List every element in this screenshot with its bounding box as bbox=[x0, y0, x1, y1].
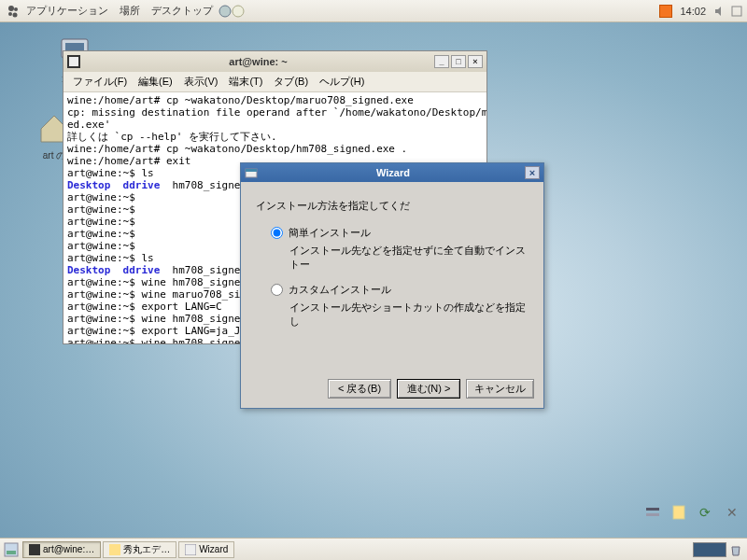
terminal-menubar: ファイル(F) 編集(E) 表示(V) 端末(T) タブ(B) ヘルプ(H) bbox=[63, 72, 486, 92]
radio-custom-label[interactable]: カスタムインストール bbox=[289, 283, 391, 297]
refresh-icon[interactable]: ⟳ bbox=[697, 504, 713, 521]
svg-rect-17 bbox=[673, 506, 684, 519]
svg-rect-23 bbox=[109, 544, 120, 555]
radio-easy-desc: インストール先などを指定せずに全て自動でインストー bbox=[256, 244, 529, 272]
radio-easy-install[interactable] bbox=[271, 227, 283, 239]
clock[interactable]: 14:02 bbox=[680, 6, 706, 17]
svg-text:⟳: ⟳ bbox=[699, 505, 711, 520]
bottom-panel: art@wine:… 秀丸エデ… Wizard bbox=[0, 538, 747, 560]
terminal-icon bbox=[29, 544, 40, 555]
menu-applications[interactable]: アプリケーション bbox=[21, 4, 114, 18]
menu-edit[interactable]: 編集(E) bbox=[133, 75, 178, 89]
svg-rect-16 bbox=[646, 513, 659, 516]
window-list-icon[interactable] bbox=[644, 504, 661, 521]
close-icon[interactable]: ✕ bbox=[723, 504, 740, 521]
svg-point-0 bbox=[8, 6, 14, 11]
wizard-prompt: インストール方法を指定してくだ bbox=[256, 199, 529, 213]
back-button[interactable]: < 戻る(B) bbox=[328, 379, 391, 399]
editor-icon bbox=[109, 544, 120, 555]
wizard-close-button[interactable]: × bbox=[525, 166, 540, 179]
cancel-button[interactable]: キャンセル bbox=[466, 379, 534, 399]
maximize-button[interactable]: □ bbox=[451, 55, 466, 68]
trash-applet-icon[interactable] bbox=[728, 542, 743, 557]
speaker-icon[interactable] bbox=[713, 5, 726, 18]
svg-rect-14 bbox=[246, 169, 257, 172]
svg-rect-21 bbox=[7, 551, 16, 554]
menu-places[interactable]: 場所 bbox=[114, 4, 146, 18]
menu-tabs[interactable]: タブ(B) bbox=[268, 75, 314, 89]
workspace-switcher[interactable] bbox=[693, 542, 726, 557]
menu-desktop[interactable]: デスクトップ bbox=[146, 4, 218, 18]
menu-file[interactable]: ファイル(F) bbox=[67, 75, 133, 89]
svg-point-1 bbox=[14, 7, 18, 11]
svg-rect-15 bbox=[646, 508, 659, 511]
installer-icon bbox=[245, 166, 258, 179]
menu-terminal[interactable]: 端末(T) bbox=[223, 75, 268, 89]
svg-rect-6 bbox=[732, 7, 741, 16]
help-icon[interactable] bbox=[232, 5, 245, 18]
radio-custom-install[interactable] bbox=[271, 284, 283, 296]
update-notifier-icon[interactable] bbox=[659, 5, 672, 18]
taskbar-item-hidemaru[interactable]: 秀丸エデ… bbox=[103, 541, 176, 558]
radio-easy-label[interactable]: 簡単インストール bbox=[289, 226, 371, 240]
system-tray: 14:02 bbox=[659, 5, 743, 18]
svg-point-4 bbox=[219, 6, 231, 17]
installer-icon bbox=[185, 544, 196, 555]
terminal-title: art@wine: ~ bbox=[84, 56, 432, 67]
wizard-body: インストール方法を指定してくだ 簡単インストール インストール先などを指定せずに… bbox=[241, 182, 543, 373]
terminal-icon bbox=[67, 55, 80, 68]
close-button[interactable]: × bbox=[468, 55, 483, 68]
svg-point-2 bbox=[8, 12, 12, 16]
note-icon[interactable] bbox=[670, 504, 687, 521]
taskbar-item-wizard[interactable]: Wizard bbox=[178, 541, 234, 558]
wizard-button-row: < 戻る(B) 進む(N) > キャンセル bbox=[241, 373, 543, 408]
wizard-window: Wizard × インストール方法を指定してくだ 簡単インストール インストール… bbox=[240, 162, 544, 409]
svg-rect-12 bbox=[69, 57, 78, 66]
minimize-button[interactable]: _ bbox=[434, 55, 449, 68]
svg-point-5 bbox=[233, 6, 244, 17]
radio-custom-desc: インストール先やショートカットの作成などを指定し bbox=[256, 301, 529, 329]
top-panel: アプリケーション 場所 デスクトップ 14:02 bbox=[0, 0, 747, 22]
svg-rect-24 bbox=[185, 544, 196, 555]
globe-icon[interactable] bbox=[218, 5, 232, 18]
gnome-foot-icon[interactable] bbox=[6, 4, 21, 19]
svg-rect-22 bbox=[29, 544, 40, 555]
svg-text:✕: ✕ bbox=[726, 505, 738, 520]
show-desktop-icon[interactable] bbox=[4, 542, 19, 557]
wizard-titlebar[interactable]: Wizard × bbox=[241, 163, 543, 182]
terminal-titlebar[interactable]: art@wine: ~ _ □ × bbox=[63, 51, 486, 72]
menu-help[interactable]: ヘルプ(H) bbox=[314, 75, 370, 89]
svg-point-3 bbox=[13, 12, 18, 17]
logout-icon[interactable] bbox=[730, 5, 743, 18]
wizard-title: Wizard bbox=[261, 167, 525, 178]
taskbar-item-terminal[interactable]: art@wine:… bbox=[22, 541, 101, 558]
menu-view[interactable]: 表示(V) bbox=[178, 75, 224, 89]
panel-applets: ⟳ ✕ bbox=[644, 504, 740, 521]
next-button[interactable]: 進む(N) > bbox=[397, 379, 460, 399]
